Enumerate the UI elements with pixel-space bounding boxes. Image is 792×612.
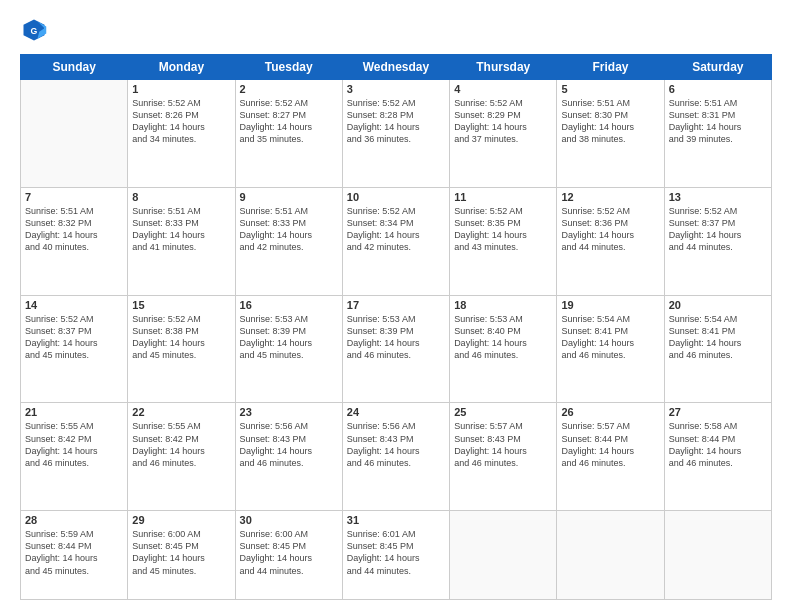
calendar-day-cell xyxy=(557,511,664,600)
day-info: Sunrise: 5:51 AM Sunset: 8:32 PM Dayligh… xyxy=(25,205,123,254)
day-info: Sunrise: 5:52 AM Sunset: 8:28 PM Dayligh… xyxy=(347,97,445,146)
day-number: 13 xyxy=(669,191,767,203)
day-info: Sunrise: 5:52 AM Sunset: 8:37 PM Dayligh… xyxy=(25,313,123,362)
logo: G xyxy=(20,16,52,44)
day-number: 30 xyxy=(240,514,338,526)
calendar-week-row: 1Sunrise: 5:52 AM Sunset: 8:26 PM Daylig… xyxy=(21,80,772,188)
calendar-day-cell: 8Sunrise: 5:51 AM Sunset: 8:33 PM Daylig… xyxy=(128,187,235,295)
calendar-day-cell: 17Sunrise: 5:53 AM Sunset: 8:39 PM Dayli… xyxy=(342,295,449,403)
day-info: Sunrise: 5:58 AM Sunset: 8:44 PM Dayligh… xyxy=(669,420,767,469)
day-info: Sunrise: 5:53 AM Sunset: 8:39 PM Dayligh… xyxy=(347,313,445,362)
day-number: 12 xyxy=(561,191,659,203)
calendar-day-cell xyxy=(450,511,557,600)
calendar-day-cell: 3Sunrise: 5:52 AM Sunset: 8:28 PM Daylig… xyxy=(342,80,449,188)
day-of-week-header: Thursday xyxy=(450,55,557,80)
calendar-day-cell: 29Sunrise: 6:00 AM Sunset: 8:45 PM Dayli… xyxy=(128,511,235,600)
calendar-day-cell: 18Sunrise: 5:53 AM Sunset: 8:40 PM Dayli… xyxy=(450,295,557,403)
calendar-day-cell: 1Sunrise: 5:52 AM Sunset: 8:26 PM Daylig… xyxy=(128,80,235,188)
day-info: Sunrise: 5:59 AM Sunset: 8:44 PM Dayligh… xyxy=(25,528,123,577)
day-info: Sunrise: 5:53 AM Sunset: 8:39 PM Dayligh… xyxy=(240,313,338,362)
day-info: Sunrise: 5:51 AM Sunset: 8:30 PM Dayligh… xyxy=(561,97,659,146)
calendar-day-cell: 27Sunrise: 5:58 AM Sunset: 8:44 PM Dayli… xyxy=(664,403,771,511)
calendar-day-cell: 6Sunrise: 5:51 AM Sunset: 8:31 PM Daylig… xyxy=(664,80,771,188)
day-number: 19 xyxy=(561,299,659,311)
calendar-day-cell: 15Sunrise: 5:52 AM Sunset: 8:38 PM Dayli… xyxy=(128,295,235,403)
day-info: Sunrise: 5:52 AM Sunset: 8:29 PM Dayligh… xyxy=(454,97,552,146)
calendar-day-cell: 21Sunrise: 5:55 AM Sunset: 8:42 PM Dayli… xyxy=(21,403,128,511)
day-of-week-header: Monday xyxy=(128,55,235,80)
calendar-day-cell: 13Sunrise: 5:52 AM Sunset: 8:37 PM Dayli… xyxy=(664,187,771,295)
calendar-day-cell: 19Sunrise: 5:54 AM Sunset: 8:41 PM Dayli… xyxy=(557,295,664,403)
day-number: 7 xyxy=(25,191,123,203)
day-number: 20 xyxy=(669,299,767,311)
day-info: Sunrise: 5:55 AM Sunset: 8:42 PM Dayligh… xyxy=(25,420,123,469)
day-info: Sunrise: 5:52 AM Sunset: 8:34 PM Dayligh… xyxy=(347,205,445,254)
day-number: 8 xyxy=(132,191,230,203)
day-info: Sunrise: 6:00 AM Sunset: 8:45 PM Dayligh… xyxy=(132,528,230,577)
day-number: 28 xyxy=(25,514,123,526)
day-info: Sunrise: 5:56 AM Sunset: 8:43 PM Dayligh… xyxy=(240,420,338,469)
calendar-week-row: 14Sunrise: 5:52 AM Sunset: 8:37 PM Dayli… xyxy=(21,295,772,403)
day-number: 16 xyxy=(240,299,338,311)
calendar-table: SundayMondayTuesdayWednesdayThursdayFrid… xyxy=(20,54,772,600)
day-of-week-header: Friday xyxy=(557,55,664,80)
day-info: Sunrise: 5:51 AM Sunset: 8:31 PM Dayligh… xyxy=(669,97,767,146)
day-info: Sunrise: 5:52 AM Sunset: 8:36 PM Dayligh… xyxy=(561,205,659,254)
day-info: Sunrise: 5:52 AM Sunset: 8:35 PM Dayligh… xyxy=(454,205,552,254)
svg-text:G: G xyxy=(31,26,38,36)
calendar-day-cell: 25Sunrise: 5:57 AM Sunset: 8:43 PM Dayli… xyxy=(450,403,557,511)
day-number: 27 xyxy=(669,406,767,418)
calendar-day-cell: 4Sunrise: 5:52 AM Sunset: 8:29 PM Daylig… xyxy=(450,80,557,188)
logo-icon: G xyxy=(20,16,48,44)
day-number: 22 xyxy=(132,406,230,418)
day-number: 5 xyxy=(561,83,659,95)
calendar-day-cell: 22Sunrise: 5:55 AM Sunset: 8:42 PM Dayli… xyxy=(128,403,235,511)
header: G xyxy=(20,16,772,44)
day-number: 21 xyxy=(25,406,123,418)
calendar-day-cell: 23Sunrise: 5:56 AM Sunset: 8:43 PM Dayli… xyxy=(235,403,342,511)
day-info: Sunrise: 5:52 AM Sunset: 8:27 PM Dayligh… xyxy=(240,97,338,146)
calendar-day-cell: 7Sunrise: 5:51 AM Sunset: 8:32 PM Daylig… xyxy=(21,187,128,295)
day-header-row: SundayMondayTuesdayWednesdayThursdayFrid… xyxy=(21,55,772,80)
day-of-week-header: Wednesday xyxy=(342,55,449,80)
day-info: Sunrise: 5:51 AM Sunset: 8:33 PM Dayligh… xyxy=(132,205,230,254)
calendar-day-cell xyxy=(664,511,771,600)
day-number: 3 xyxy=(347,83,445,95)
calendar-day-cell: 12Sunrise: 5:52 AM Sunset: 8:36 PM Dayli… xyxy=(557,187,664,295)
day-number: 6 xyxy=(669,83,767,95)
day-info: Sunrise: 5:57 AM Sunset: 8:44 PM Dayligh… xyxy=(561,420,659,469)
calendar-body: 1Sunrise: 5:52 AM Sunset: 8:26 PM Daylig… xyxy=(21,80,772,600)
day-info: Sunrise: 5:52 AM Sunset: 8:37 PM Dayligh… xyxy=(669,205,767,254)
calendar-day-cell: 20Sunrise: 5:54 AM Sunset: 8:41 PM Dayli… xyxy=(664,295,771,403)
day-info: Sunrise: 5:54 AM Sunset: 8:41 PM Dayligh… xyxy=(669,313,767,362)
calendar-week-row: 21Sunrise: 5:55 AM Sunset: 8:42 PM Dayli… xyxy=(21,403,772,511)
day-number: 4 xyxy=(454,83,552,95)
calendar-day-cell: 14Sunrise: 5:52 AM Sunset: 8:37 PM Dayli… xyxy=(21,295,128,403)
day-info: Sunrise: 5:51 AM Sunset: 8:33 PM Dayligh… xyxy=(240,205,338,254)
day-number: 17 xyxy=(347,299,445,311)
day-number: 15 xyxy=(132,299,230,311)
calendar-week-row: 7Sunrise: 5:51 AM Sunset: 8:32 PM Daylig… xyxy=(21,187,772,295)
day-number: 9 xyxy=(240,191,338,203)
day-of-week-header: Sunday xyxy=(21,55,128,80)
calendar-day-cell: 30Sunrise: 6:00 AM Sunset: 8:45 PM Dayli… xyxy=(235,511,342,600)
day-number: 23 xyxy=(240,406,338,418)
calendar-day-cell: 26Sunrise: 5:57 AM Sunset: 8:44 PM Dayli… xyxy=(557,403,664,511)
day-info: Sunrise: 6:01 AM Sunset: 8:45 PM Dayligh… xyxy=(347,528,445,577)
calendar-day-cell: 5Sunrise: 5:51 AM Sunset: 8:30 PM Daylig… xyxy=(557,80,664,188)
day-info: Sunrise: 5:53 AM Sunset: 8:40 PM Dayligh… xyxy=(454,313,552,362)
day-number: 18 xyxy=(454,299,552,311)
day-number: 14 xyxy=(25,299,123,311)
day-number: 10 xyxy=(347,191,445,203)
day-number: 24 xyxy=(347,406,445,418)
day-number: 25 xyxy=(454,406,552,418)
day-info: Sunrise: 5:54 AM Sunset: 8:41 PM Dayligh… xyxy=(561,313,659,362)
day-of-week-header: Tuesday xyxy=(235,55,342,80)
calendar-week-row: 28Sunrise: 5:59 AM Sunset: 8:44 PM Dayli… xyxy=(21,511,772,600)
day-number: 31 xyxy=(347,514,445,526)
calendar-day-cell: 31Sunrise: 6:01 AM Sunset: 8:45 PM Dayli… xyxy=(342,511,449,600)
day-number: 29 xyxy=(132,514,230,526)
calendar-header: SundayMondayTuesdayWednesdayThursdayFrid… xyxy=(21,55,772,80)
day-info: Sunrise: 5:55 AM Sunset: 8:42 PM Dayligh… xyxy=(132,420,230,469)
day-number: 1 xyxy=(132,83,230,95)
